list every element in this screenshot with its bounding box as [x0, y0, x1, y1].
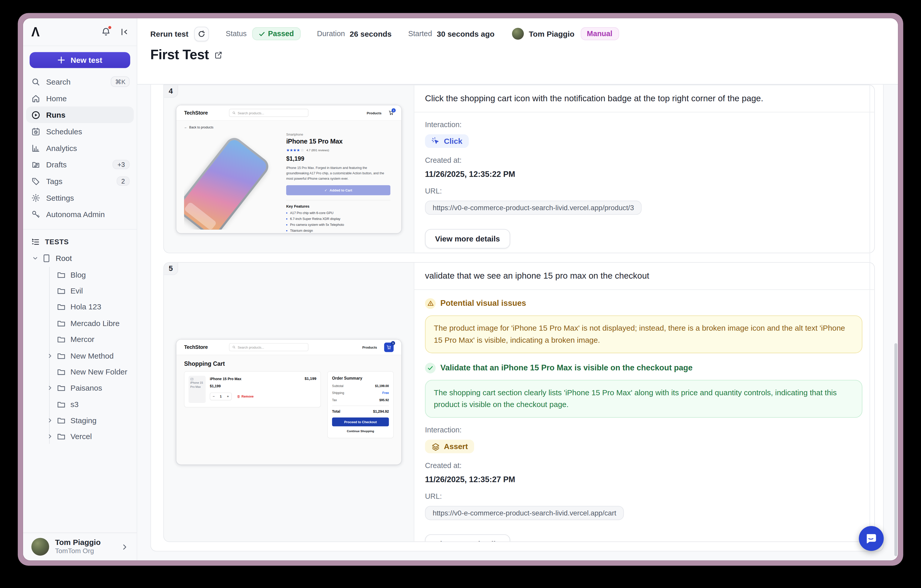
- interaction-label: Interaction:: [425, 426, 864, 434]
- autonoma-logo[interactable]: Λ: [31, 24, 39, 39]
- url-pill: https://v0-e-commerce-product-search-liv…: [425, 200, 641, 214]
- chevron-down-icon[interactable]: [32, 255, 39, 262]
- sidebar-item-label: Autonoma Admin: [46, 210, 105, 219]
- folder-icon: [57, 416, 66, 425]
- tree-item-evil[interactable]: Evil: [23, 283, 137, 299]
- url-label: URL:: [425, 187, 864, 195]
- rerun-button[interactable]: [194, 26, 209, 41]
- added-to-cart-button: ✓ Added to Cart: [286, 185, 390, 195]
- click-icon: [431, 136, 440, 145]
- avatar: [512, 28, 524, 39]
- external-link-icon[interactable]: [214, 50, 222, 59]
- sidebar-item-analytics[interactable]: Analytics: [23, 140, 137, 156]
- sidebar-item-label: Analytics: [46, 143, 77, 153]
- product-image: [184, 132, 277, 229]
- tree-item-s3[interactable]: s3: [23, 396, 137, 413]
- tree-item-blog[interactable]: Blog: [23, 266, 137, 283]
- duration-label: Duration: [317, 29, 345, 38]
- tree-item-new-new-folder[interactable]: New New Folder: [23, 364, 137, 380]
- run-user-name: Tom Piaggio: [529, 29, 574, 38]
- sidebar-item-tags[interactable]: Tags 2: [23, 173, 137, 189]
- tree-item-label: Vercel: [70, 432, 92, 441]
- tree-item-label: Blog: [70, 270, 86, 279]
- tests-header-label: TESTS: [45, 238, 69, 246]
- page-title: First Test: [150, 47, 209, 63]
- tree-item-label: Mercor: [70, 335, 94, 344]
- step-title: validate that we see an iphone 15 pro ma…: [414, 263, 874, 290]
- sidebar-item-drafts[interactable]: Drafts +3: [23, 156, 137, 173]
- tree-item-label: Hola 123: [70, 302, 101, 312]
- step-number-badge: 4: [164, 85, 178, 97]
- page-scrollbar[interactable]: [894, 343, 897, 556]
- broken-image-icon: [190, 378, 194, 381]
- calendar-clock-icon: [31, 127, 41, 136]
- run-steps-scroll-area[interactable]: 4 TechStore Search products...: [137, 84, 898, 560]
- check-circle-icon: [425, 363, 436, 374]
- tree-item-mercor[interactable]: Mercor: [23, 331, 137, 348]
- sidebar-item-home[interactable]: Home: [23, 90, 137, 107]
- back-to-products-link: ← Back to products: [184, 125, 401, 129]
- total-value: $1,294.92: [373, 409, 389, 413]
- sidebar-item-runs[interactable]: Runs: [26, 107, 134, 123]
- folder-icon: [57, 351, 66, 360]
- sidebar-item-settings[interactable]: Settings: [23, 189, 137, 206]
- collapse-sidebar-icon[interactable]: [120, 28, 129, 36]
- store-nav-products: Products: [362, 346, 377, 349]
- broken-image-placeholder: iPhone 15 Pro Max: [189, 376, 206, 403]
- notifications-bell-icon[interactable]: [101, 27, 111, 37]
- shipping-label: Shipping: [332, 391, 344, 395]
- tree-item-vercel[interactable]: Vercel: [23, 429, 137, 445]
- chevron-right-icon[interactable]: [47, 385, 54, 391]
- store-brand: TechStore: [184, 110, 208, 115]
- tree-item-mercado-libre[interactable]: Mercado Libre: [23, 315, 137, 331]
- tree-item-staging[interactable]: Staging: [23, 413, 137, 429]
- tree-item-root[interactable]: Root: [23, 250, 137, 266]
- view-more-details-button[interactable]: View more details: [425, 534, 510, 542]
- techstore-cart-page: TechStore Search products... Products: [176, 339, 401, 465]
- total-label: Total: [332, 409, 340, 413]
- sidebar-item-label: Search: [46, 77, 70, 86]
- step-screenshot-pane: TechStore Search products... Products: [164, 85, 414, 252]
- check-icon: [259, 31, 265, 37]
- tree-item-label: Root: [55, 254, 72, 263]
- home-icon: [31, 94, 41, 103]
- interaction-badge-assert: Assert: [425, 440, 474, 453]
- status-label: Status: [226, 29, 247, 38]
- refresh-icon: [198, 30, 206, 38]
- tree-item-new-method[interactable]: New Method: [23, 348, 137, 364]
- chevron-right-icon[interactable]: [47, 417, 54, 424]
- url-label: URL:: [425, 492, 864, 500]
- visual-issues-box: The product image for 'iPhone 15 Pro Max…: [425, 315, 862, 353]
- manual-badge: Manual: [580, 27, 619, 40]
- user-org: TomTom Org: [55, 547, 101, 556]
- sidebar-item-schedules[interactable]: Schedules: [23, 123, 137, 140]
- tree-item-paisanos[interactable]: Paisanos: [23, 380, 137, 396]
- techstore-product-page: TechStore Search products... Products: [176, 105, 401, 233]
- screen: Λ New test: [0, 0, 921, 588]
- steps-container: 4 TechStore Search products...: [150, 84, 884, 551]
- view-more-details-button[interactable]: View more details: [425, 229, 510, 248]
- sidebar-item-autonoma-admin[interactable]: Autonoma Admin: [23, 206, 137, 223]
- rerun-test-label[interactable]: Rerun test: [150, 29, 188, 38]
- step-screenshot[interactable]: TechStore Search products... Products: [176, 105, 401, 233]
- chat-widget-button[interactable]: [859, 526, 884, 551]
- new-test-button[interactable]: New test: [29, 52, 130, 68]
- tree-item-hola-123[interactable]: Hola 123: [23, 299, 137, 315]
- trash-icon: [237, 395, 240, 398]
- chevron-right-icon[interactable]: [47, 352, 54, 359]
- duration-value: 26 seconds: [350, 29, 392, 38]
- sidebar-item-label: Drafts: [46, 160, 67, 169]
- step-screenshot[interactable]: TechStore Search products... Products: [176, 339, 401, 465]
- tests-tree: Root Blog Evil Hola 123: [23, 250, 137, 445]
- bar-chart-icon: [31, 143, 41, 153]
- cart-item-price: $1,199: [210, 384, 254, 388]
- started-label: Started: [408, 29, 432, 38]
- avatar: [31, 538, 49, 556]
- sidebar-item-search[interactable]: Search ⌘K: [23, 73, 137, 90]
- step-card-4: 4 TechStore Search products...: [163, 84, 875, 253]
- autonoma-app: Λ New test: [23, 18, 898, 560]
- user-menu[interactable]: Tom Piaggio TomTom Org: [23, 533, 137, 560]
- sidebar-item-label: Schedules: [46, 127, 82, 136]
- chevron-right-icon[interactable]: [47, 434, 54, 440]
- tree-item-label: New Method: [70, 351, 114, 360]
